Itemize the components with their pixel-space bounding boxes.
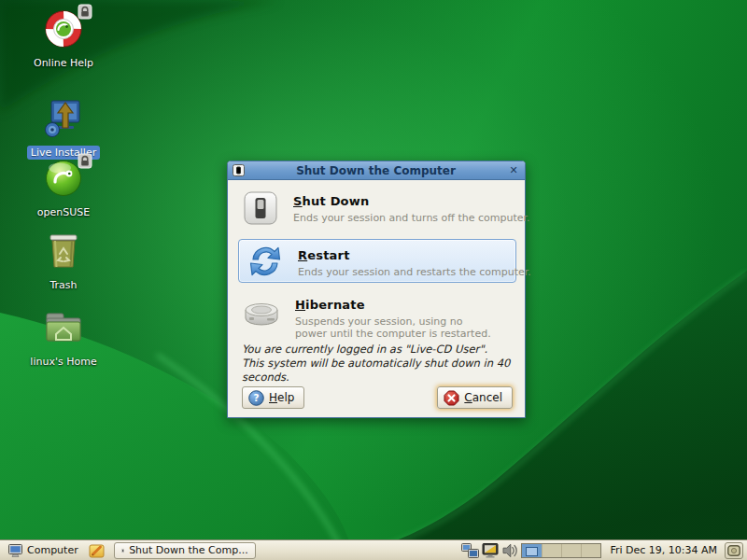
hard-drive-icon: [243, 294, 280, 329]
desktop-icon-label: openSUSE: [34, 205, 93, 219]
power-switch-icon: [243, 190, 278, 226]
dialog-title: Shut Down the Computer: [245, 164, 507, 177]
option-title: Shut Down: [293, 194, 369, 208]
notice-line-2: This system will be automatically shut d…: [242, 357, 525, 385]
option-restart[interactable]: Restart Ends your session and restarts t…: [238, 239, 516, 283]
help-label: Help: [269, 391, 294, 404]
option-title: Restart: [298, 248, 350, 262]
window-icon: [121, 545, 124, 556]
option-hibernate[interactable]: Hibernate Suspends your session, using n…: [243, 294, 495, 340]
notes-pencil-icon: [89, 543, 105, 558]
option-shut-down[interactable]: Shut Down Ends your session and turns of…: [243, 190, 529, 226]
cancel-label: Cancel: [464, 391, 502, 404]
help-icon: ?: [248, 390, 264, 406]
volume-icon[interactable]: [502, 543, 518, 558]
lock-emblem-icon: [78, 4, 92, 23]
desktop-icon-opensuse[interactable]: openSUSE: [19, 159, 108, 219]
trash-can-icon: [45, 231, 82, 271]
desktop-icon-label: linux's Home: [26, 355, 100, 369]
workspace-3[interactable]: [562, 544, 582, 557]
show-desktop-button[interactable]: [725, 542, 743, 559]
lock-emblem-icon: [78, 153, 92, 173]
option-description: Ends your session and restarts the compu…: [298, 266, 531, 278]
desktop: Online Help Live Installer: [0, 0, 747, 560]
clock[interactable]: Fri Dec 19, 10:34 AM: [610, 544, 717, 556]
window-icon: [233, 164, 245, 176]
desktop-icon-online-help[interactable]: Online Help: [19, 9, 108, 70]
system-tray: Fri Dec 19, 10:34 AM: [461, 542, 743, 559]
desktop-icon-home[interactable]: linux's Home: [19, 310, 108, 369]
desktop-icon-trash[interactable]: Trash: [19, 231, 108, 292]
workspace-2[interactable]: [543, 544, 562, 557]
option-title: Hibernate: [295, 298, 365, 312]
desktop-icon-live-installer[interactable]: Live Installer: [19, 99, 108, 160]
shutdown-dialog: Shut Down the Computer ✕ Shut Down Ends …: [227, 161, 526, 418]
session-notice: You are currently logged in as "Live-CD …: [242, 343, 525, 385]
notes-launcher[interactable]: [89, 543, 105, 558]
help-button[interactable]: ? Help: [242, 386, 304, 409]
option-description: Ends your session and turns off the comp…: [293, 212, 529, 224]
display-settings-icon[interactable]: [482, 543, 500, 558]
desktop-icon-label: Trash: [46, 278, 80, 292]
computer-menu-label: Computer: [27, 544, 78, 556]
task-button-label: Shut Down the Comp...: [129, 544, 248, 556]
dialog-titlebar[interactable]: Shut Down the Computer ✕: [228, 161, 525, 180]
show-desktop-icon: [727, 545, 740, 556]
cancel-button[interactable]: Cancel: [437, 386, 513, 409]
network-icon[interactable]: [461, 543, 479, 558]
option-description: Suspends your session, using no power un…: [295, 315, 495, 340]
workspace-4[interactable]: [582, 544, 600, 557]
task-button-shutdown-dialog[interactable]: Shut Down the Comp...: [114, 542, 256, 559]
svg-text:?: ?: [253, 392, 259, 403]
computer-icon: [8, 544, 22, 557]
cancel-icon: [444, 390, 459, 406]
desktop-icon-label: Online Help: [30, 56, 97, 70]
notice-line-1: You are currently logged in as "Live-CD …: [242, 343, 525, 357]
home-folder-icon: [43, 310, 84, 347]
taskbar-panel: Computer Shut Down the Comp...: [0, 539, 747, 560]
computer-menu-button[interactable]: Computer: [4, 543, 83, 558]
close-icon[interactable]: ✕: [507, 164, 520, 176]
restart-arrows-icon: [247, 244, 283, 279]
monitor-arrow-disc-icon: [43, 99, 84, 138]
workspace-switcher[interactable]: [521, 543, 601, 558]
workspace-1[interactable]: [522, 544, 542, 557]
